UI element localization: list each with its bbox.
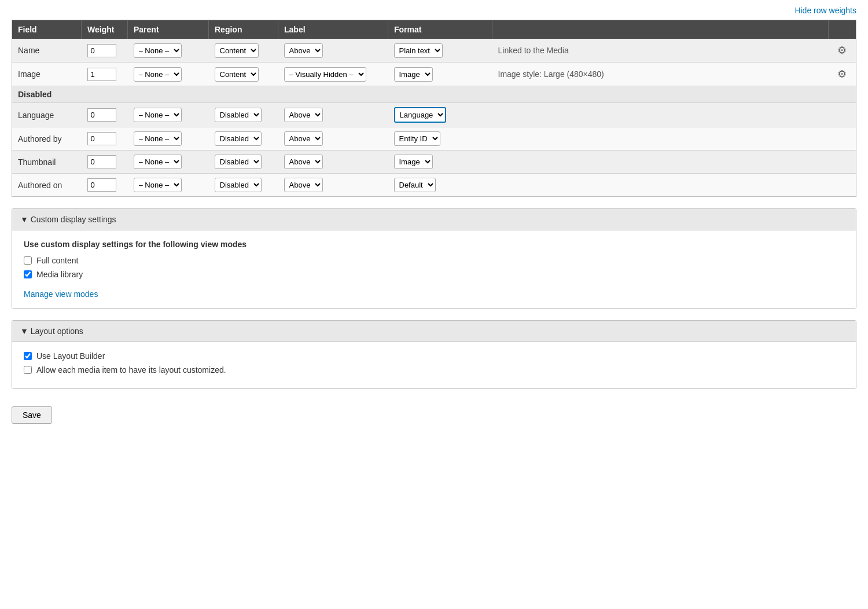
weight-input[interactable]: [87, 132, 116, 145]
parent-select[interactable]: – None –: [134, 155, 182, 169]
gear-button[interactable]: ⚙: [834, 43, 850, 58]
field-name: Language: [12, 103, 82, 127]
format-select[interactable]: Entity ID: [394, 131, 440, 146]
parent-select[interactable]: – None –: [134, 131, 182, 146]
layout-option-checkbox[interactable]: [24, 352, 32, 360]
parent-select[interactable]: – None –: [134, 178, 182, 192]
manage-view-modes-link[interactable]: Manage view modes: [24, 289, 98, 299]
format-select[interactable]: Language: [394, 107, 446, 123]
parent-select[interactable]: – None –: [134, 43, 182, 58]
weight-input[interactable]: [87, 155, 116, 168]
layout-option-checkbox[interactable]: [24, 366, 32, 374]
label-select[interactable]: Above: [284, 43, 323, 58]
table-row: Authored on– None –DisabledAboveDefault: [12, 174, 856, 197]
layout-options-header[interactable]: ▼ Layout options: [12, 321, 856, 342]
label-select[interactable]: – Visually Hidden –: [284, 67, 366, 82]
field-name: Authored by: [12, 127, 82, 151]
custom-display-section: ▼ Custom display settings Use custom dis…: [12, 208, 856, 309]
layout-options-section: ▼ Layout options Use Layout BuilderAllow…: [12, 320, 856, 389]
region-select[interactable]: Content: [215, 67, 259, 82]
layout-options-body: Use Layout BuilderAllow each media item …: [12, 342, 856, 388]
weight-input[interactable]: [87, 178, 116, 192]
table-row: Thumbnail– None –DisabledAboveImage: [12, 151, 856, 174]
view-mode-label[interactable]: Media library: [36, 270, 83, 279]
col-header-extra: [492, 20, 829, 39]
save-button[interactable]: Save: [12, 406, 52, 424]
format-select[interactable]: Default: [394, 178, 436, 192]
view-mode-label[interactable]: Full content: [36, 256, 78, 265]
weight-input[interactable]: [87, 68, 116, 81]
col-header-weight: Weight: [82, 20, 128, 39]
col-header-field: Field: [12, 20, 82, 39]
view-mode-checkbox[interactable]: [24, 256, 32, 265]
field-name: Authored on: [12, 174, 82, 197]
view-mode-checkbox-row: Media library: [24, 270, 844, 279]
extra-info: [492, 174, 829, 197]
weight-input[interactable]: [87, 108, 116, 122]
label-select[interactable]: Above: [284, 178, 323, 192]
view-mode-checkbox[interactable]: [24, 270, 32, 278]
region-select[interactable]: Disabled: [215, 131, 262, 146]
custom-display-heading: Use custom display settings for the foll…: [24, 240, 844, 249]
parent-select[interactable]: – None –: [134, 108, 182, 122]
extra-info: Image style: Large (480×480): [492, 63, 829, 86]
layout-option-checkbox-row: Use Layout Builder: [24, 351, 844, 361]
view-mode-checkbox-row: Full content: [24, 256, 844, 265]
fields-table: Field Weight Parent Region Label Format …: [12, 20, 856, 197]
table-row: Language– None –DisabledAboveLanguage: [12, 103, 856, 127]
extra-info: [492, 127, 829, 151]
region-select[interactable]: Disabled: [215, 155, 262, 169]
field-name: Thumbnail: [12, 151, 82, 174]
layout-option-label[interactable]: Allow each media item to have its layout…: [36, 365, 226, 375]
format-select[interactable]: Image: [394, 155, 433, 169]
label-select[interactable]: Above: [284, 131, 323, 146]
col-header-parent: Parent: [128, 20, 209, 39]
custom-display-body: Use custom display settings for the foll…: [12, 230, 856, 308]
col-header-label: Label: [278, 20, 388, 39]
layout-option-label[interactable]: Use Layout Builder: [36, 351, 105, 361]
region-select[interactable]: Disabled: [215, 108, 262, 122]
custom-display-header[interactable]: ▼ Custom display settings: [12, 209, 856, 230]
field-name: Name: [12, 39, 82, 63]
region-select[interactable]: Content: [215, 43, 259, 58]
disabled-section-label: Disabled: [12, 86, 856, 103]
label-select[interactable]: Above: [284, 108, 323, 122]
col-header-format: Format: [388, 20, 492, 39]
region-select[interactable]: Disabled: [215, 178, 262, 192]
format-select[interactable]: Image: [394, 67, 433, 82]
parent-select[interactable]: – None –: [134, 67, 182, 82]
col-header-region: Region: [209, 20, 278, 39]
gear-button[interactable]: ⚙: [834, 67, 850, 82]
field-name: Image: [12, 63, 82, 86]
layout-option-checkbox-row: Allow each media item to have its layout…: [24, 365, 844, 375]
format-select[interactable]: Plain text: [394, 43, 443, 58]
table-row: Authored by– None –DisabledAboveEntity I…: [12, 127, 856, 151]
table-row: Name– None –ContentAbovePlain textLinked…: [12, 39, 856, 63]
hide-row-weights-link[interactable]: Hide row weights: [795, 6, 856, 15]
extra-info: [492, 151, 829, 174]
table-row: Image– None –Content– Visually Hidden –I…: [12, 63, 856, 86]
col-header-gear: [828, 20, 856, 39]
extra-info: Linked to the Media: [492, 39, 829, 63]
extra-info: [492, 103, 829, 127]
weight-input[interactable]: [87, 44, 116, 57]
label-select[interactable]: Above: [284, 155, 323, 169]
